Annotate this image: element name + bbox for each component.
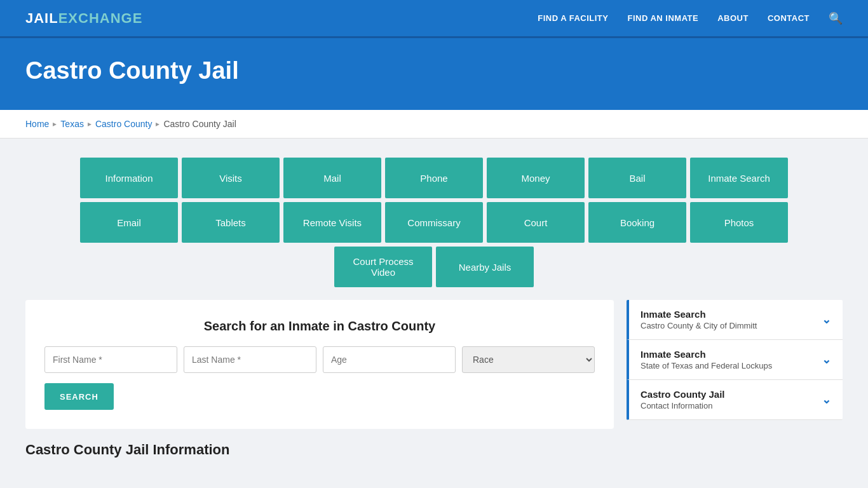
grid-btn-commissary[interactable]: Commissary bbox=[385, 202, 483, 243]
logo-jail: JAIL bbox=[25, 10, 58, 26]
grid-btn-money[interactable]: Money bbox=[487, 158, 585, 198]
grid-btn-email[interactable]: Email bbox=[80, 202, 178, 243]
grid-btn-court-process-video[interactable]: Court Process Video bbox=[334, 247, 432, 287]
nav-contact[interactable]: CONTACT bbox=[768, 13, 810, 23]
breadcrumb: Home ▸ Texas ▸ Castro County ▸ Castro Co… bbox=[0, 110, 868, 139]
grid-btn-tablets[interactable]: Tablets bbox=[182, 202, 280, 243]
last-name-input[interactable] bbox=[184, 346, 316, 373]
chevron-icon-0: ⌄ bbox=[822, 313, 831, 327]
category-grid: InformationVisitsMailPhoneMoneyBailInmat… bbox=[25, 158, 843, 287]
search-icon-button[interactable]: 🔍 bbox=[829, 11, 843, 25]
page-title: Castro County Jail bbox=[25, 57, 843, 85]
grid-btn-bail[interactable]: Bail bbox=[588, 158, 686, 198]
logo[interactable]: JAILEXCHANGE bbox=[25, 10, 142, 27]
search-title: Search for an Inmate in Castro County bbox=[44, 319, 595, 334]
sidebar-panel-1[interactable]: Inmate Search State of Texas and Federal… bbox=[627, 340, 843, 380]
breadcrumb-home[interactable]: Home bbox=[25, 119, 49, 129]
panel-subtitle-2: Contact Information bbox=[641, 401, 725, 410]
chevron-icon-2: ⌄ bbox=[822, 393, 831, 407]
grid-row-3: Court Process VideoNearby Jails bbox=[334, 247, 534, 287]
panel-title-0: Inmate Search bbox=[641, 309, 757, 320]
grid-btn-inmate-search[interactable]: Inmate Search bbox=[690, 158, 788, 198]
breadcrumb-current: Castro County Jail bbox=[163, 119, 236, 129]
breadcrumb-texas[interactable]: Texas bbox=[60, 119, 84, 129]
grid-btn-nearby-jails[interactable]: Nearby Jails bbox=[436, 247, 534, 287]
header: JAILEXCHANGE FIND A FACILITY FIND AN INM… bbox=[0, 0, 868, 38]
panel-subtitle-0: Castro County & City of Dimmitt bbox=[641, 321, 757, 330]
search-fields: RaceWhiteBlackHispanicAsianOther bbox=[44, 346, 595, 373]
breadcrumb-sep-1: ▸ bbox=[53, 119, 57, 128]
nav-find-inmate[interactable]: FIND AN INMATE bbox=[627, 13, 698, 23]
breadcrumb-castro-county[interactable]: Castro County bbox=[95, 119, 152, 129]
panel-subtitle-1: State of Texas and Federal Lockups bbox=[641, 361, 772, 370]
breadcrumb-sep-3: ▸ bbox=[156, 119, 159, 128]
breadcrumb-sep-2: ▸ bbox=[88, 119, 92, 128]
inmate-search-box: Search for an Inmate in Castro County Ra… bbox=[25, 300, 614, 429]
sidebar-panel-0[interactable]: Inmate Search Castro County & City of Di… bbox=[627, 300, 843, 340]
panel-title-1: Inmate Search bbox=[641, 349, 772, 360]
grid-row-2: EmailTabletsRemote VisitsCommissaryCourt… bbox=[80, 202, 788, 243]
grid-btn-phone[interactable]: Phone bbox=[385, 158, 483, 198]
main-nav: FIND A FACILITY FIND AN INMATE ABOUT CON… bbox=[538, 11, 843, 25]
grid-btn-court[interactable]: Court bbox=[487, 202, 585, 243]
grid-btn-booking[interactable]: Booking bbox=[588, 202, 686, 243]
race-select[interactable]: RaceWhiteBlackHispanicAsianOther bbox=[462, 346, 595, 373]
section-title: Castro County Jail Information bbox=[25, 442, 843, 458]
main-section: InformationVisitsMailPhoneMoneyBailInmat… bbox=[0, 139, 868, 477]
sidebar-panels: Inmate Search Castro County & City of Di… bbox=[627, 300, 843, 420]
grid-btn-mail[interactable]: Mail bbox=[283, 158, 381, 198]
hero-banner: Castro County Jail bbox=[0, 38, 868, 110]
search-button[interactable]: SEARCH bbox=[44, 383, 114, 410]
panel-title-2: Castro County Jail bbox=[641, 389, 725, 400]
grid-btn-information[interactable]: Information bbox=[80, 158, 178, 198]
two-col-layout: Search for an Inmate in Castro County Ra… bbox=[25, 300, 843, 429]
grid-btn-photos[interactable]: Photos bbox=[690, 202, 788, 243]
chevron-icon-1: ⌄ bbox=[822, 353, 831, 367]
grid-btn-visits[interactable]: Visits bbox=[182, 158, 280, 198]
grid-btn-remote-visits[interactable]: Remote Visits bbox=[283, 202, 381, 243]
age-input[interactable] bbox=[323, 346, 456, 373]
nav-about[interactable]: ABOUT bbox=[717, 13, 749, 23]
sidebar-panel-2[interactable]: Castro County Jail Contact Information ⌄ bbox=[627, 380, 843, 420]
first-name-input[interactable] bbox=[44, 346, 177, 373]
grid-row-1: InformationVisitsMailPhoneMoneyBailInmat… bbox=[80, 158, 788, 198]
nav-find-facility[interactable]: FIND A FACILITY bbox=[538, 13, 608, 23]
logo-exchange: EXCHANGE bbox=[58, 10, 143, 26]
